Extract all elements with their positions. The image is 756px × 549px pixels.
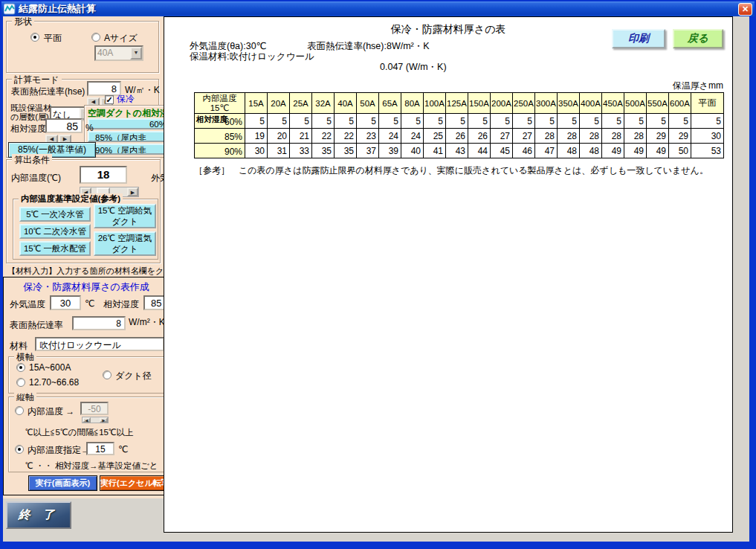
value-cell: 5 [602,114,624,129]
radio-plane[interactable] [30,33,39,42]
insulation-checkbox[interactable]: ✓ 保冷 [105,93,135,106]
value-cell: 41 [424,144,446,158]
internal-temp-input[interactable]: 18 [80,166,127,184]
value-cell: 5 [669,114,691,129]
size-combo-value: 40A [96,47,130,60]
check-icon: ✓ [105,95,114,104]
value-cell: 45 [491,144,513,158]
ref-15c-pipe-button[interactable]: 15℃ 一般水配管 [19,241,91,256]
close-button[interactable]: ✕ [738,3,752,16]
info-hse: 表面熱伝達率(hse):8W/m²・K [307,40,430,53]
value-cell: 30 [245,144,268,158]
value-cell: 28 [558,129,580,144]
col-header: 550A [647,93,669,114]
value-cell: 49 [647,144,669,158]
form-material-input[interactable]: 吹付けロックウール [35,337,164,351]
value-cell: 29 [647,129,669,144]
value-cell: 39 [379,144,401,158]
haxis-group: 横軸 15A~600A 12.70~66.68 ダクト径 [8,356,164,394]
client-area: 形状 平面 Aサイズ 40A ▼ 計算モード 表面熱伝達率(hse) 8 W/㎡… [3,16,749,542]
radio-asize[interactable] [91,33,100,42]
value-cell: 22 [335,129,357,144]
range-slider[interactable]: ◀ ▶ [82,417,109,423]
value-cell: 50 [669,144,691,158]
form-otemp-input[interactable]: 30 [50,295,81,310]
col-header: 32A [312,93,335,114]
value-cell: 5 [468,114,491,129]
value-cell: 44 [468,144,491,158]
result-panel: 保冷・防露材料厚さの表 印刷 戻る 外気温度(θa):30℃ 表面熱伝達率(hs… [164,16,733,533]
run-screen-button[interactable]: 実行(画面表示) [28,475,97,491]
close-icon: ✕ [742,4,749,14]
value-cell: 5 [558,114,580,129]
value-cell: 40 [401,144,424,158]
value-cell: 35 [312,144,335,158]
humidity-input[interactable]: 85 [45,118,83,133]
print-button[interactable]: 印刷 [612,29,665,48]
value-cell: 5 [379,114,401,129]
radio-1270-6668[interactable] [16,378,25,387]
app-window: 結露防止伝熱計算 ✕ 形状 平面 Aサイズ 40A ▼ 計算モード 表面熱伝達率… [0,0,756,549]
col-header: 300A [535,93,558,114]
size-combo[interactable]: 40A ▼ [94,45,143,61]
col-header: 50A [357,93,379,114]
value-cell: 21 [290,129,312,144]
window-title: 結露防止伝熱計算 [19,2,738,16]
calc-mode-group: 計算モード 表面熱伝達率(hse) 8 W/㎡・K ◀▶ ✓ 保冷 既設保温材 … [6,79,159,158]
radio-15a-600a[interactable] [16,363,25,372]
title-bar[interactable]: 結露防止伝熱計算 ✕ [1,1,755,16]
slider-track[interactable] [91,417,100,423]
col-header: 平面 [691,93,724,114]
form-hse-input[interactable]: 8 [72,316,126,330]
value-cell: 5 [290,114,312,129]
humidity-label: 相対湿度 [10,123,46,135]
run-excel-button[interactable]: 実行(エクセル転写) [100,475,172,491]
form-title: 保冷・防露材料厚さの表作成 [4,280,169,294]
internal-temp-fixed-label: 内部温度指定→ [28,444,90,457]
hse-label: 表面熱伝達率(hse) [11,86,85,98]
row-header: 85% [195,129,245,144]
form-rh-label: 相対湿度 [103,298,139,311]
value-cell: 25 [424,129,446,144]
value-cell: 20 [268,129,290,144]
value-cell: 5 [357,114,379,129]
corner-header: 内部温度15℃ [195,93,245,114]
value-cell: 19 [245,129,268,144]
value-cell: 5 [446,114,468,129]
range-start-input[interactable]: -50 [80,402,109,415]
value-cell: 5 [424,114,446,129]
ref-26c-duct-button[interactable]: 26℃ 空調還気 ダクト [94,231,156,256]
fixed-temp-note: ℃ ・・ 相対湿度→基準設定値ごと [25,460,158,472]
value-cell: 23 [357,129,379,144]
radio-internal-temp-range[interactable] [15,406,24,415]
value-cell: 27 [491,129,513,144]
fixed-temp-input[interactable]: 15 [86,442,114,455]
chevron-down-icon[interactable]: ▼ [130,47,142,60]
back-button[interactable]: 戻る [673,29,723,48]
col-header: 65A [379,93,401,114]
radio-1270-6668-label: 12.70~66.68 [29,377,79,388]
slider-left-icon[interactable]: ◀ [83,417,91,423]
ref-5c-button[interactable]: 5℃ 一次冷水管 [19,207,91,222]
ref-10c-button[interactable]: 10℃ 二次冷水管 [19,224,91,239]
thickness-table: 内部温度15℃15A20A25A32A40A50A65A80A100A125A1… [194,92,724,158]
col-header: 450A [602,93,624,114]
info-material: 保温材料:吹付けロックウール [190,51,314,63]
insulation-checkbox-label: 保冷 [117,93,135,106]
value-cell: 28 [602,129,624,144]
value-cell: 24 [379,129,401,144]
internal-temp-range-label: 内部温度 → [28,405,74,418]
exit-button[interactable]: 終 了 [6,501,71,529]
radio-duct-dia[interactable] [103,370,112,379]
radio-internal-temp-fixed[interactable] [15,445,24,454]
form-hse-label: 表面熱伝達率 [10,319,63,332]
value-cell: 33 [290,144,312,158]
value-cell: 5 [268,114,290,129]
info-conductivity: 0.047 (W/m・K) [380,61,447,74]
ref-15c-duct-button[interactable]: 15℃ 空調給気 ダクト [94,204,156,228]
scroll-right-icon[interactable]: ▶ [127,187,138,196]
radio-asize-label: Aサイズ [104,32,138,45]
value-cell: 29 [669,129,691,144]
slider-right-icon[interactable]: ▶ [100,417,108,423]
ref-temp-group: 内部温度基準設定値(参考) 5℃ 一次冷水管 10℃ 二次冷水管 15℃ 一般水… [13,199,158,260]
